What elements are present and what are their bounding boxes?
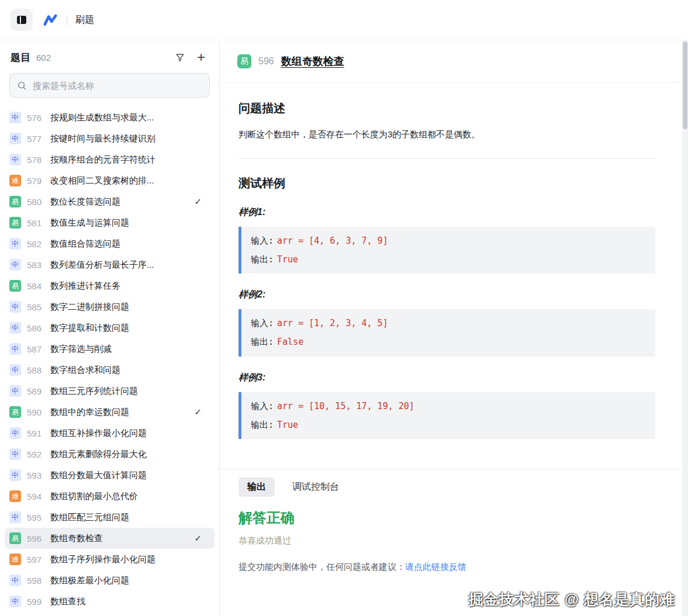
difficulty-badge: 中 <box>9 364 21 376</box>
scrollbar[interactable] <box>682 40 688 616</box>
scrollbar-thumb[interactable] <box>683 41 687 129</box>
problem-title: 数组切割的最小总代价 <box>50 491 138 502</box>
problem-id: 587 <box>27 344 44 354</box>
search-box <box>9 73 210 98</box>
difficulty-badge: 中 <box>9 427 21 439</box>
problem-id: 579 <box>27 176 44 186</box>
input-label: 输入: <box>251 401 274 411</box>
problem-title: 改变相同二叉搜索树的排... <box>50 175 154 186</box>
feedback-text: 提交功能内测体验中，任何问题或者建议： <box>238 562 405 572</box>
problem-id: 585 <box>27 302 44 312</box>
problem-list-item[interactable]: 中 587 数字筛选与削减 ✓ <box>5 338 215 359</box>
problem-list-item[interactable]: 中 578 按顺序组合的元音字符统计 ✓ <box>5 149 215 170</box>
difficulty-badge: 中 <box>9 385 21 397</box>
example-code-block: 输入:arr = [4, 6, 3, 7, 9] 输出:True <box>238 227 655 274</box>
difficulty-badge: 易 <box>9 196 21 207</box>
filter-icon <box>175 52 185 63</box>
problems-heading: 题目 <box>11 51 30 64</box>
example-block: 样例1: 输入:arr = [4, 6, 3, 7, 9] 输出:True <box>238 206 655 274</box>
problem-title: 按顺序组合的元音字符统计 <box>50 154 155 165</box>
problem-list-item[interactable]: 易 590 数组中的幸运数问题 ✓ <box>5 402 215 423</box>
problem-list-item[interactable]: 中 595 数组匹配三元组问题 ✓ <box>5 507 215 528</box>
problem-list-item[interactable]: 难 579 改变相同二叉搜索树的排... ✓ <box>5 170 215 191</box>
problem-list-item[interactable]: 易 596 数组奇数检查 ✓ <box>5 528 215 549</box>
problem-id: 578 <box>27 155 44 165</box>
problem-list-item[interactable]: 中 591 数组互补操作最小化问题 ✓ <box>5 423 215 444</box>
output-tabs: 输出 调试控制台 <box>238 477 669 497</box>
problem-list-item[interactable]: 易 584 数列推进计算任务 ✓ <box>5 275 215 296</box>
example-label: 样例1: <box>238 206 655 219</box>
feedback-link[interactable]: 请点此链接反馈 <box>405 562 466 572</box>
problem-list-item[interactable]: 中 582 数值组合筛选问题 ✓ <box>5 233 215 254</box>
problem-header: 易 596 数组奇数检查 <box>220 40 688 83</box>
input-line: 输入:arr = [4, 6, 3, 7, 9] <box>251 231 646 250</box>
problem-id: 584 <box>27 281 44 291</box>
problem-title: 数字二进制拼接问题 <box>50 302 129 313</box>
problem-list-item[interactable]: 易 580 数位长度筛选问题 ✓ <box>5 191 215 212</box>
problem-id: 581 <box>27 218 44 228</box>
problem-list-item[interactable]: 难 597 数组子序列操作最小化问题 ✓ <box>5 549 215 570</box>
difficulty-badge: 中 <box>9 511 21 523</box>
sidebar-toggle-button[interactable] <box>11 9 33 31</box>
input-label: 输入: <box>251 318 274 328</box>
problem-list-item[interactable]: 难 594 数组切割的最小总代价 ✓ <box>5 486 215 507</box>
problem-list-item[interactable]: 中 585 数字二进制拼接问题 ✓ <box>5 296 215 317</box>
problem-title: 数位长度筛选问题 <box>50 196 120 207</box>
problem-list-item[interactable]: 中 586 数字提取和计数问题 ✓ <box>5 317 215 338</box>
problem-id: 593 <box>27 470 44 480</box>
difficulty-badge: 中 <box>9 575 21 586</box>
problem-list-item[interactable]: 中 577 按键时间与最长持续键识别 ✓ <box>5 128 215 149</box>
difficulty-badge: 中 <box>9 238 21 250</box>
input-value: arr = [10, 15, 17, 19, 20] <box>277 401 414 411</box>
tab[interactable]: 输出 <box>238 477 275 497</box>
problem-list-item[interactable]: 中 593 数组分数最大值计算问题 ✓ <box>5 465 215 486</box>
problem-list-item[interactable]: 易 581 数值生成与运算问题 ✓ <box>5 212 215 233</box>
example-block: 样例2: 输入:arr = [1, 2, 3, 4, 5] 输出:False <box>238 289 655 357</box>
problem-list-item[interactable]: 中 592 数组元素删除得分最大化 ✓ <box>5 444 215 465</box>
difficulty-badge: 易 <box>9 406 21 418</box>
problem-title: 数值组合筛选问题 <box>50 238 120 250</box>
input-line: 输入:arr = [1, 2, 3, 4, 5] <box>251 314 646 333</box>
problem-list-item[interactable]: 中 599 数组查找 ✓ <box>5 591 215 612</box>
problem-content: 问题描述 判断这个数组中，是否存在一个长度为3的子数组都不是偶数。 测试样例 样… <box>220 83 688 469</box>
problem-id: 596 <box>258 56 274 67</box>
input-value: arr = [1, 2, 3, 4, 5] <box>277 318 388 328</box>
difficulty-badge: 中 <box>9 596 21 607</box>
problem-id: 599 <box>27 597 44 607</box>
logo-icon <box>42 13 58 27</box>
output-label: 输出: <box>251 420 274 430</box>
filter-button[interactable] <box>172 50 188 65</box>
search-input[interactable] <box>32 80 202 91</box>
problem-list-item[interactable]: 中 583 数列差值分析与最长子序... ✓ <box>5 254 215 275</box>
problem-title: 数值生成与运算问题 <box>50 217 129 229</box>
result-subtitle: 恭喜成功通过 <box>238 535 669 546</box>
examples-heading: 测试样例 <box>238 175 655 191</box>
problem-list-item[interactable]: 中 589 数组三元序列统计问题 ✓ <box>5 380 215 402</box>
problem-id: 594 <box>27 492 44 501</box>
check-icon: ✓ <box>194 533 202 544</box>
output-label: 输出: <box>251 337 274 347</box>
feedback-line: 提交功能内测体验中，任何问题或者建议：请点此链接反馈 <box>238 562 669 573</box>
problem-id: 589 <box>27 386 44 396</box>
input-value: arr = [4, 6, 3, 7, 9] <box>277 236 388 246</box>
tab[interactable]: 调试控制台 <box>292 477 339 497</box>
problem-list-item[interactable]: 中 588 数字组合求和问题 ✓ <box>5 359 215 380</box>
problem-id: 590 <box>27 407 44 417</box>
example-block: 样例3: 输入:arr = [10, 15, 17, 19, 20] 输出:Tr… <box>238 372 655 439</box>
main-panel: 易 596 数组奇数检查 问题描述 判断这个数组中，是否存在一个长度为3的子数组… <box>219 40 688 616</box>
problem-title: 数字组合求和问题 <box>50 365 120 376</box>
problem-list-item[interactable]: 中 598 数组极差最小化问题 ✓ <box>5 570 215 591</box>
problem-title: 数字提取和计数问题 <box>50 323 129 334</box>
problem-id: 592 <box>27 449 44 459</box>
problem-title: 数组查找 <box>50 596 85 607</box>
sidebar-header: 题目 602 + <box>0 40 219 73</box>
difficulty-badge: 中 <box>9 112 21 123</box>
problem-title: 数字筛选与削减 <box>50 344 112 355</box>
output-value: True <box>277 420 298 430</box>
problem-list-item[interactable]: 中 576 按规则生成数组与求最大... ✓ <box>5 107 215 128</box>
difficulty-badge: 难 <box>9 175 21 186</box>
add-button[interactable]: + <box>195 50 208 65</box>
difficulty-badge: 易 <box>9 280 21 292</box>
difficulty-badge: 中 <box>9 343 21 355</box>
problem-title: 数组匹配三元组问题 <box>50 512 129 523</box>
